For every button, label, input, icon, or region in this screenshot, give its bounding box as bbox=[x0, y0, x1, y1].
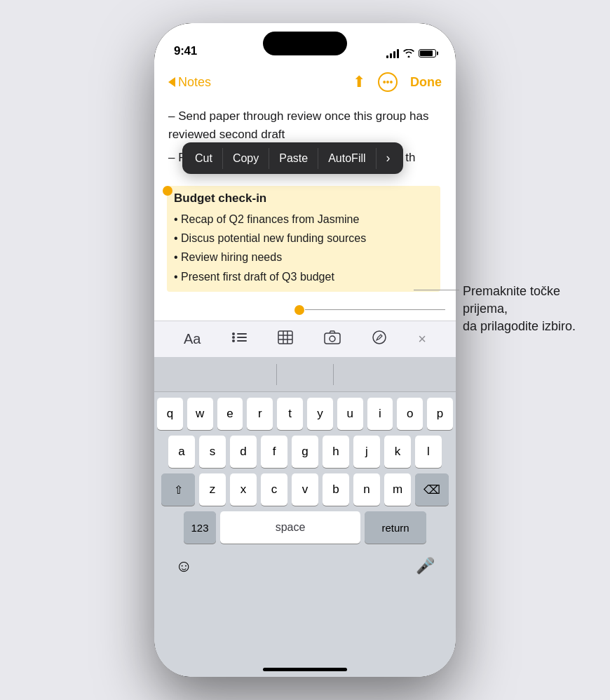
nav-actions: ⬆ ••• Done bbox=[353, 72, 442, 92]
key-e[interactable]: e bbox=[217, 398, 243, 430]
key-q[interactable]: q bbox=[157, 398, 183, 430]
num-key[interactable]: 123 bbox=[184, 511, 216, 544]
status-icons bbox=[386, 48, 436, 58]
chevron-left-icon bbox=[168, 77, 175, 87]
phone-screen: 9:41 bbox=[154, 23, 456, 677]
annotation-text: Premaknite točke prijema,da prilagodite … bbox=[463, 283, 596, 336]
more-menu-button[interactable]: › bbox=[377, 144, 400, 173]
selected-item-4: • Present first draft of Q3 budget bbox=[174, 267, 433, 286]
svg-point-12 bbox=[330, 336, 335, 342]
status-time: 9:41 bbox=[174, 44, 197, 58]
note-pre-text-1: – Send paper through review once this gr… bbox=[168, 107, 442, 143]
key-k[interactable]: k bbox=[384, 436, 411, 468]
cut-button[interactable]: Cut bbox=[185, 145, 222, 172]
wifi-icon bbox=[403, 49, 414, 58]
annotation-line bbox=[414, 290, 459, 290]
key-i[interactable]: i bbox=[367, 398, 393, 430]
format-toolbar: Aa bbox=[154, 321, 456, 357]
selected-item-1: • Recap of Q2 finances from Jasmine bbox=[174, 210, 433, 229]
svg-point-0 bbox=[232, 332, 235, 335]
key-c[interactable]: c bbox=[261, 473, 287, 506]
share-icon[interactable]: ⬆ bbox=[353, 73, 365, 91]
home-indicator bbox=[263, 668, 347, 671]
key-g[interactable]: g bbox=[292, 436, 318, 468]
space-key[interactable]: space bbox=[220, 511, 360, 544]
key-y[interactable]: y bbox=[307, 398, 333, 430]
back-button[interactable]: Notes bbox=[168, 75, 211, 90]
font-button[interactable]: Aa bbox=[178, 325, 206, 353]
signal-icon bbox=[386, 48, 399, 58]
quickbar-divider bbox=[333, 364, 334, 385]
key-j[interactable]: j bbox=[353, 436, 380, 468]
callout-line bbox=[305, 309, 445, 310]
key-w[interactable]: w bbox=[187, 398, 213, 430]
shift-key[interactable]: ⇧ bbox=[161, 473, 195, 506]
key-row-3: ⇧ z x c v b n m ⌫ bbox=[157, 473, 453, 506]
key-z[interactable]: z bbox=[199, 473, 226, 506]
copy-button[interactable]: Copy bbox=[223, 145, 269, 172]
close-toolbar-button[interactable]: × bbox=[412, 325, 432, 353]
markup-button[interactable] bbox=[366, 324, 393, 354]
key-o[interactable]: o bbox=[397, 398, 423, 430]
svg-point-4 bbox=[232, 339, 235, 342]
camera-button[interactable] bbox=[318, 325, 346, 354]
back-label: Notes bbox=[178, 75, 211, 90]
key-n[interactable]: n bbox=[353, 473, 380, 506]
key-b[interactable]: b bbox=[323, 473, 349, 506]
key-v[interactable]: v bbox=[292, 473, 318, 506]
context-menu: Cut Copy Paste AutoFill › bbox=[182, 142, 403, 174]
keys-section: q w e r t y u i o p a s bbox=[154, 392, 456, 552]
phone-frame: 9:41 bbox=[154, 23, 456, 677]
svg-rect-3 bbox=[237, 337, 247, 338]
quickbar-divider bbox=[276, 364, 277, 385]
key-p[interactable]: p bbox=[427, 398, 453, 430]
mic-button[interactable]: 🎤 bbox=[416, 557, 435, 575]
list-button[interactable] bbox=[226, 325, 252, 353]
keyboard-quickbar bbox=[154, 357, 456, 392]
done-button[interactable]: Done bbox=[410, 75, 442, 90]
selected-item-2: • Discus potential new funding sources bbox=[174, 229, 433, 248]
selected-item-3: • Review hiring needs bbox=[174, 248, 433, 267]
svg-rect-5 bbox=[237, 340, 247, 342]
table-button[interactable] bbox=[272, 325, 299, 354]
annotation: Premaknite točke prijema,da prilagodite … bbox=[463, 283, 596, 336]
key-f[interactable]: f bbox=[261, 436, 287, 468]
selected-title: Budget check-in bbox=[174, 191, 433, 206]
svg-rect-1 bbox=[237, 333, 247, 335]
nav-bar: Notes ⬆ ••• Done bbox=[154, 64, 456, 100]
selected-text-section: Budget check-in • Recap of Q2 finances f… bbox=[167, 186, 440, 292]
selection-handle-start[interactable] bbox=[163, 186, 172, 196]
autofill-button[interactable]: AutoFill bbox=[318, 145, 375, 172]
keyboard-bottom: ☺ 🎤 bbox=[154, 552, 456, 587]
selection-handle-end[interactable] bbox=[294, 305, 304, 315]
key-l[interactable]: l bbox=[415, 436, 442, 468]
key-x[interactable]: x bbox=[230, 473, 257, 506]
key-d[interactable]: d bbox=[230, 436, 257, 468]
svg-rect-6 bbox=[278, 331, 292, 344]
key-h[interactable]: h bbox=[323, 436, 349, 468]
key-row-4: 123 space return bbox=[157, 511, 453, 544]
key-u[interactable]: u bbox=[337, 398, 363, 430]
key-r[interactable]: r bbox=[247, 398, 273, 430]
keyboard: q w e r t y u i o p a s bbox=[154, 357, 456, 677]
key-a[interactable]: a bbox=[168, 436, 195, 468]
more-button[interactable]: ••• bbox=[378, 72, 398, 92]
key-t[interactable]: t bbox=[277, 398, 303, 430]
svg-point-2 bbox=[232, 336, 235, 339]
key-row-2: a s d f g h j k l bbox=[157, 436, 453, 468]
dynamic-island bbox=[263, 32, 347, 55]
battery-icon bbox=[419, 49, 436, 58]
svg-point-13 bbox=[373, 331, 386, 344]
key-s[interactable]: s bbox=[199, 436, 226, 468]
emoji-button[interactable]: ☺ bbox=[175, 556, 193, 576]
return-key[interactable]: return bbox=[365, 511, 426, 544]
key-row-1: q w e r t y u i o p bbox=[157, 398, 453, 430]
paste-button[interactable]: Paste bbox=[269, 145, 318, 172]
key-m[interactable]: m bbox=[384, 473, 411, 506]
delete-key[interactable]: ⌫ bbox=[415, 473, 449, 506]
